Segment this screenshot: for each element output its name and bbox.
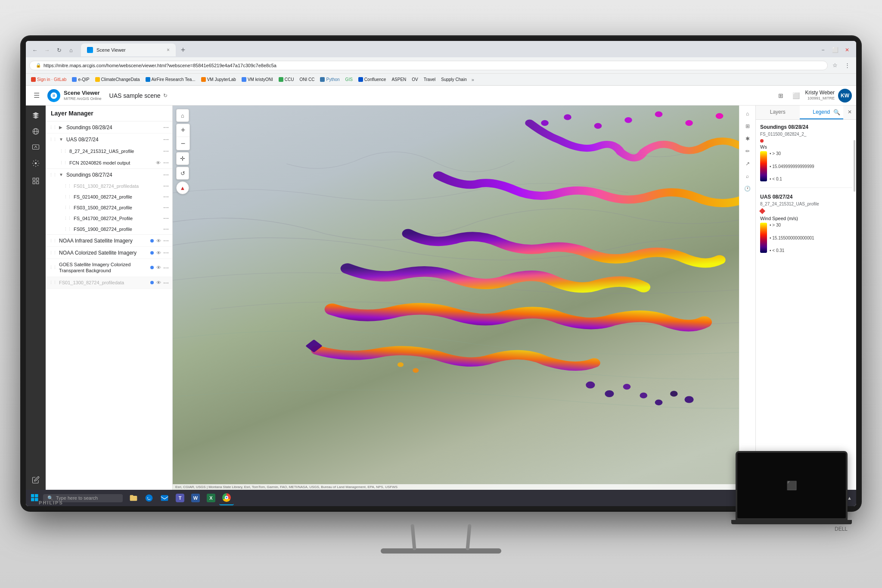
file-explorer-icon — [129, 494, 138, 502]
layer-more-icon[interactable]: ⋯ — [163, 237, 169, 244]
minimize-button[interactable]: − — [817, 44, 829, 56]
layer-more-icon[interactable]: ⋯ — [163, 226, 169, 232]
layers-tab[interactable]: Layers — [756, 106, 800, 119]
bookmark-travel[interactable]: Travel — [421, 76, 438, 83]
bookmark-jupyter[interactable]: VM JupyterLab — [199, 76, 239, 83]
bookmark-climate[interactable]: ClimateChangeData — [93, 76, 143, 83]
navigate-button[interactable]: ✛ — [176, 152, 189, 165]
legend-search-button[interactable]: 🔍 — [830, 106, 843, 118]
layer-item[interactable]: ⋮⋮ 8_27_24_215312_UAS_profile ⋯ — [46, 145, 172, 157]
refresh-scene-button[interactable]: ↻ — [163, 93, 168, 99]
user-profile[interactable]: Kristy Weber 100991_MITRE KW — [805, 89, 852, 103]
visibility-icon[interactable]: 👁 — [156, 250, 161, 255]
compass-button[interactable]: ▲ — [176, 181, 189, 194]
maximize-button[interactable]: ⬜ — [829, 44, 841, 56]
zoom-in-button[interactable]: + — [177, 124, 189, 137]
bookmark-confluence[interactable]: Confluence — [356, 76, 389, 83]
bookmark-aspen[interactable]: ASPEN — [389, 76, 409, 83]
legend-sun-icon[interactable]: ✱ — [742, 133, 753, 144]
layer-item[interactable]: ⋮⋮ NOAA Infrared Satellite Imagery 👁 ⋯ — [46, 235, 172, 247]
visibility-icon[interactable]: 👁 — [156, 238, 161, 243]
present-button[interactable]: ⬜ — [790, 89, 803, 102]
layer-item[interactable]: ⋮⋮ FS05_1900_082724_profile ⋯ — [46, 224, 172, 234]
basemap-icon-btn[interactable] — [28, 124, 43, 139]
bookmark-python[interactable]: Python — [317, 76, 342, 83]
close-window-button[interactable]: ✕ — [842, 44, 853, 56]
layer-item[interactable]: ⋮⋮ ▼ UAS 08/27/24 ⋯ — [46, 134, 172, 145]
bookmark-ov[interactable]: OV — [409, 76, 420, 83]
bookmark-vm-kristy[interactable]: VM kristyONI — [239, 76, 276, 83]
rotate-button[interactable]: ↺ — [176, 167, 189, 180]
refresh-button[interactable]: ↻ — [53, 44, 65, 56]
layer-more-icon[interactable]: ⋯ — [163, 159, 169, 166]
bookmark-oni[interactable]: ONI CC — [297, 76, 317, 83]
legend-grid-icon[interactable]: ⊞ — [742, 121, 753, 132]
layer-more-icon[interactable]: ⋯ — [163, 193, 169, 200]
layer-item[interactable]: ⋮⋮ FS01_1300_82724_profiledata ⋯ — [46, 180, 172, 191]
layer-item[interactable]: ⋮⋮ FS_041700_082724_Profile ⋯ — [46, 213, 172, 224]
legend-clock-icon[interactable]: 🕐 — [742, 183, 753, 194]
layer-item[interactable]: ⋮⋮ FS03_1500_082724_profile ⋯ — [46, 202, 172, 213]
share-button[interactable]: ⊞ — [774, 89, 787, 102]
map-home-button[interactable]: ⌂ — [176, 109, 189, 122]
bookmarks-more-button[interactable]: » — [470, 76, 476, 83]
taskbar-chrome[interactable] — [219, 491, 234, 505]
tab-close-button[interactable]: × — [167, 47, 170, 53]
settings-icon-btn[interactable] — [28, 156, 43, 171]
user-avatar[interactable]: KW — [838, 89, 852, 103]
layers-icon-btn[interactable] — [28, 108, 43, 123]
visibility-icon[interactable]: 👁 — [156, 265, 161, 270]
layer-more-icon[interactable]: ⋯ — [163, 264, 169, 271]
legend-zoom-icon[interactable]: ⌕ — [742, 171, 753, 182]
bookmark-gis[interactable]: GIS — [343, 76, 355, 83]
bookmark-supply-chain[interactable]: Supply Chain — [438, 76, 469, 83]
bookmark-gitlab[interactable]: Sign in · GitLab — [28, 76, 69, 83]
visibility-icon[interactable]: 👁 — [156, 280, 161, 285]
legend-share-icon[interactable]: ↗ — [742, 158, 753, 169]
legend-home-icon[interactable]: ⌂ — [742, 108, 753, 119]
active-tab[interactable]: Scene Viewer × — [81, 44, 176, 56]
browser-settings-button[interactable]: ⋮ — [842, 60, 853, 71]
analysis-icon-btn[interactable] — [28, 174, 43, 188]
layer-more-icon[interactable]: ⋯ — [163, 280, 169, 286]
legend-edit-icon[interactable]: ✏ — [742, 146, 753, 157]
taskbar-file-explorer[interactable] — [126, 491, 141, 505]
visibility-icon[interactable]: 👁 — [156, 160, 161, 165]
taskbar-teams[interactable]: T — [173, 491, 187, 505]
taskbar-outlook[interactable] — [157, 491, 172, 505]
taskbar-app6[interactable]: X — [204, 491, 218, 505]
layer-more-icon[interactable]: ⋯ — [163, 136, 169, 143]
taskbar-edge[interactable] — [142, 491, 156, 505]
layer-more-icon[interactable]: ⋯ — [163, 171, 169, 178]
hamburger-menu-button[interactable]: ☰ — [30, 89, 43, 102]
forward-button[interactable]: → — [41, 44, 53, 56]
address-bar[interactable]: 🔒 https://mitre.maps.arcgis.com/home/web… — [29, 61, 828, 70]
home-button[interactable]: ⌂ — [65, 44, 77, 56]
layer-item[interactable]: ⋮⋮ FCN 20240826 model output 👁 ⋯ — [46, 157, 172, 168]
layer-item[interactable]: ⋮⋮ FS01_1300_82724_profiledata 👁 ⋯ — [46, 277, 172, 289]
layer-more-icon[interactable]: ⋯ — [163, 148, 169, 154]
bookmark-ccu[interactable]: CCU — [276, 76, 297, 83]
layer-item[interactable]: ⋮⋮ FS_021400_082724_profile ⋯ — [46, 191, 172, 202]
edit-icon-btn[interactable] — [28, 473, 43, 487]
layer-more-icon[interactable]: ⋯ — [163, 215, 169, 221]
taskbar-word[interactable]: W — [188, 491, 203, 505]
bookmark-eqip[interactable]: e-QIP — [69, 76, 92, 83]
layer-item[interactable]: ⋮⋮ GOES Satellite Imagery Colorized Tran… — [46, 259, 172, 277]
bookmark-airfire[interactable]: AirFire Research Tea... — [143, 76, 198, 83]
map-area[interactable]: ⌂ + − ✛ ↺ ▲ ⌂ ⊞ ✱ ✏ ↗ — [173, 106, 856, 490]
new-tab-button[interactable]: + — [177, 44, 189, 56]
layer-more-icon[interactable]: ⋯ — [163, 249, 169, 256]
back-button[interactable]: ← — [29, 44, 40, 56]
laptop-screen-content: ⬛ — [786, 480, 797, 491]
layer-more-icon[interactable]: ⋯ — [163, 183, 169, 189]
zoom-out-button[interactable]: − — [177, 137, 189, 150]
layer-item[interactable]: ⋮⋮ ▶ Soundings 08/28/24 ⋯ — [46, 121, 172, 134]
layer-more-icon[interactable]: ⋯ — [163, 124, 169, 131]
layer-more-icon[interactable]: ⋯ — [163, 204, 169, 211]
layer-item[interactable]: ⋮⋮ ▼ Soundings 08/27/24 ⋯ — [46, 169, 172, 180]
layer-item[interactable]: ⋮⋮ NOAA Colorized Satellite Imagery 👁 ⋯ — [46, 247, 172, 259]
legend-close-button[interactable]: ✕ — [843, 106, 856, 118]
bookmark-star-button[interactable]: ☆ — [829, 60, 841, 71]
slides-icon-btn[interactable] — [28, 140, 43, 155]
